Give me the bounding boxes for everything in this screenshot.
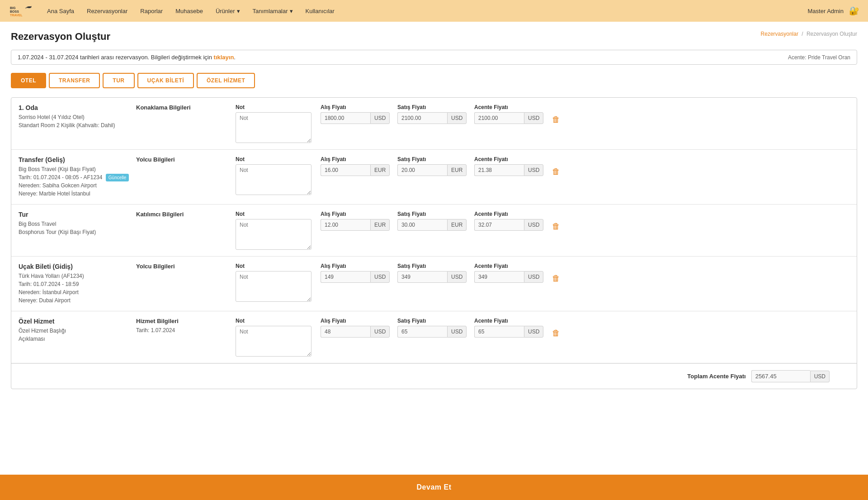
tur-agency-col: Acente Fiyatı USD	[471, 211, 542, 231]
transfer-middle-title: Yolcu Bilgileri	[136, 156, 228, 163]
ucak-detail1: Türk Hava Yolları (AF1234)	[19, 272, 136, 280]
info-text-prefix: 1.07.2024 - 31.07.2024 tarihleri arası r…	[18, 54, 214, 61]
tab-tur[interactable]: TUR	[103, 73, 134, 88]
nav-item-ana-sayfa[interactable]: Ana Sayfa	[42, 5, 80, 17]
transfer-detail4: Nereye: Marble Hotel İstanbul	[19, 190, 136, 198]
ozel-sale-input[interactable]	[397, 326, 447, 338]
info-bar: 1.07.2024 - 31.07.2024 tarihleri arası r…	[11, 50, 857, 65]
total-value-group: USD	[751, 370, 830, 382]
ozel-detail1: Özel Hizmet Başlığı	[19, 327, 136, 335]
tur-sale-group: EUR	[397, 219, 465, 231]
tur-note-input[interactable]	[236, 219, 311, 250]
transfer-delete-button[interactable]: 🗑	[550, 165, 562, 178]
brand-logo[interactable]: BIG BOSS TRAVEL	[9, 3, 33, 19]
ozel-purchase-currency: USD	[370, 326, 390, 338]
tab-transfer[interactable]: TRANSFER	[49, 73, 100, 88]
ozel-purchase-input[interactable]	[321, 326, 370, 338]
info-bar-link[interactable]: tıklayın	[214, 54, 234, 61]
nav-item-rezervasyonlar[interactable]: Rezervasyonlar	[81, 5, 133, 17]
tur-sale-input[interactable]	[397, 219, 447, 231]
oda-detail2: Standart Room 2 Kişilik (Kahvaltı: Dahil…	[19, 121, 136, 129]
nav-item-urunler[interactable]: Ürünler ▾	[210, 5, 245, 17]
tur-agency-input[interactable]	[474, 219, 524, 231]
nav-item-tanimlamalar[interactable]: Tanımlamalar ▾	[247, 5, 298, 17]
section-transfer-info: Transfer (Geliş) Big Boss Travel (Kişi B…	[19, 156, 136, 198]
ozel-note-col: Not	[236, 318, 311, 357]
tab-otel[interactable]: OTEL	[11, 73, 46, 88]
oda-agency-col: Acente Fiyatı USD	[471, 104, 542, 124]
section-tur-middle: Katılımcı Bilgileri	[136, 211, 236, 220]
ucak-detail2: Tarih: 01.07.2024 - 18:59	[19, 280, 136, 288]
nav-item-kullanicilar[interactable]: Kullanıcılar	[300, 5, 340, 17]
ucak-purchase-input[interactable]	[321, 271, 370, 283]
oda-agency-group: USD	[474, 112, 542, 124]
ozel-agency-currency: USD	[524, 326, 543, 338]
page-header: Rezervasyon Oluştur Rezervasyonlar / Rez…	[11, 31, 857, 43]
sale-header-tur: Satış Fiyatı	[397, 211, 465, 217]
oda-purchase-group: USD	[321, 112, 388, 124]
ozel-sale-currency: USD	[447, 326, 467, 338]
sale-header-ucak: Satış Fiyatı	[397, 263, 465, 269]
note-header-ucak: Not	[236, 263, 311, 269]
user-icon[interactable]: 🔐	[849, 6, 859, 16]
transfer-note-input[interactable]	[236, 164, 311, 195]
tur-delete-button[interactable]: 🗑	[550, 220, 562, 233]
total-value-input[interactable]	[751, 370, 810, 382]
ucak-detail3: Nereden: İstanbul Airport	[19, 288, 136, 296]
ucak-sale-input[interactable]	[397, 271, 447, 283]
transfer-delete-col: 🗑	[547, 156, 566, 180]
transfer-purchase-input[interactable]	[321, 164, 370, 176]
tur-purchase-input[interactable]	[321, 219, 370, 231]
agency-header-transfer: Acente Fiyatı	[474, 156, 542, 162]
tur-sale-col: Satış Fiyatı EUR	[394, 211, 465, 231]
ucak-note-input[interactable]	[236, 271, 311, 302]
oda-delete-button[interactable]: 🗑	[550, 113, 562, 126]
dropdown-arrow-icon: ▾	[290, 8, 293, 14]
sale-header-oda: Satış Fiyatı	[397, 104, 465, 110]
ozel-sale-group: USD	[397, 326, 465, 338]
transfer-sale-input[interactable]	[397, 164, 447, 176]
transfer-agency-group: USD	[474, 164, 542, 176]
tur-agency-group: USD	[474, 219, 542, 231]
tur-delete-col: 🗑	[547, 211, 566, 235]
info-text-suffix: .	[234, 54, 236, 61]
oda-purchase-input[interactable]	[321, 112, 370, 124]
purchase-header-transfer: Alış Fiyatı	[321, 156, 388, 162]
tab-ozel-hizmet[interactable]: ÖZEL HİZMET	[197, 73, 255, 88]
nav-item-raporlar[interactable]: Raporlar	[135, 5, 168, 17]
ozel-purchase-group: USD	[321, 326, 388, 338]
oda-purchase-currency: USD	[370, 112, 390, 124]
section-ozel-info: Özel Hizmet Özel Hizmet Başlığı Açıklama…	[19, 318, 136, 343]
transfer-agency-input[interactable]	[474, 164, 524, 176]
tab-ucak-bileti[interactable]: UÇAK BİLETİ	[137, 73, 194, 88]
oda-sale-input[interactable]	[397, 112, 447, 124]
tur-purchase-col: Alış Fiyatı EUR	[317, 211, 388, 231]
ozel-note-input[interactable]	[236, 326, 311, 357]
main-card: 1. Oda Sorriso Hotel (4 Yıldız Otel) Sta…	[11, 97, 857, 389]
ucak-middle-title: Yolcu Bilgileri	[136, 263, 228, 270]
transfer-sale-currency: EUR	[447, 164, 467, 176]
transfer-purchase-col: Alış Fiyatı EUR	[317, 156, 388, 176]
breadcrumb: Rezervasyonlar / Rezervasyon Oluştur	[761, 31, 857, 37]
ozel-agency-input[interactable]	[474, 326, 524, 338]
ozel-delete-button[interactable]: 🗑	[550, 327, 562, 340]
purchase-header-ozel: Alış Fiyatı	[321, 318, 388, 324]
total-row: Toplam Acente Fiyatı USD	[11, 363, 857, 389]
breadcrumb-separator: /	[802, 31, 805, 37]
transfer-badge[interactable]: Güncelle	[106, 174, 129, 181]
ucak-agency-input[interactable]	[474, 271, 524, 283]
oda-note-input[interactable]	[236, 112, 311, 143]
oda-agency-input[interactable]	[474, 112, 524, 124]
info-bar-agency: Acente: Pride Travel Oran	[788, 54, 850, 61]
oda-note-col: Not	[236, 104, 311, 143]
ucak-delete-button[interactable]: 🗑	[550, 272, 562, 285]
breadcrumb-parent[interactable]: Rezervasyonlar	[761, 31, 798, 37]
nav-item-muhasebe[interactable]: Muhasebe	[170, 5, 208, 17]
oda-purchase-col: Alış Fiyatı USD	[317, 104, 388, 124]
section-ucak: Uçak Bileti (Gidiş) Türk Hava Yolları (A…	[11, 257, 857, 311]
note-header-tur: Not	[236, 211, 311, 217]
agency-header-oda: Acente Fiyatı	[474, 104, 542, 110]
tur-agency-currency: USD	[524, 219, 543, 231]
ucak-agency-group: USD	[474, 271, 542, 283]
tur-detail2: Bosphorus Tour (Kişi Başı Fiyat)	[19, 228, 136, 236]
